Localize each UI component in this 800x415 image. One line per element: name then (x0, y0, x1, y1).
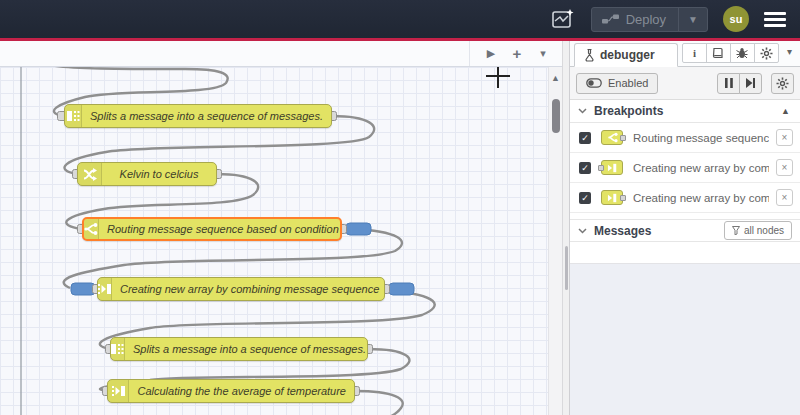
node-change[interactable]: Kelvin to celcius (77, 162, 217, 186)
canvas-vertical-scrollbar[interactable]: ▲ (548, 67, 562, 415)
breakpoint-label: Creating new array by combini (633, 162, 769, 174)
book-icon (712, 47, 724, 59)
node-join-2[interactable]: Calculating the the average of temperatu… (107, 379, 355, 403)
gear-icon (760, 47, 773, 60)
remove-breakpoint-button[interactable]: × (776, 129, 793, 146)
flask-icon (584, 49, 595, 62)
enabled-label: Enabled (608, 77, 648, 89)
docs-button[interactable] (706, 43, 731, 63)
breakpoint-row[interactable]: ✓ Routing message sequence ba × (570, 123, 800, 153)
message-filter-button[interactable]: all nodes (724, 221, 792, 240)
main-area: ▶ + ▾ (0, 41, 800, 415)
switch-icon (84, 219, 99, 239)
debug-button[interactable] (730, 43, 755, 63)
node-label: Kelvin to celcius (102, 168, 216, 180)
deploy-button[interactable]: Deploy ▼ (591, 7, 708, 32)
info-button[interactable]: i (682, 43, 707, 63)
chevron-down-icon (578, 228, 587, 234)
app-header: Deploy ▼ su (0, 0, 800, 38)
node-label: Calculating the the average of temperatu… (129, 385, 354, 397)
sidebar-menu-caret-icon[interactable]: ▾ (779, 46, 794, 57)
breakpoint-label: Creating new array by combini (633, 192, 769, 204)
node-label: Splits a message into a sequence of mess… (125, 343, 374, 355)
toggle-icon (586, 78, 602, 88)
sidebar-tabrow: debugger i ▾ (570, 41, 800, 67)
main-menu-icon[interactable] (764, 12, 786, 27)
workspace-chart-icon[interactable] (550, 7, 576, 31)
breakpoints-title: Breakpoints (594, 104, 774, 118)
remove-breakpoint-button[interactable]: × (776, 159, 793, 176)
node-label: Routing message sequence based on condit… (99, 223, 347, 235)
debugger-toolbar: Enabled (570, 67, 800, 100)
mini-port (598, 165, 604, 171)
sidebar-splitter[interactable] (562, 41, 570, 415)
flow-tabstrip: ▶ + ▾ (0, 41, 562, 67)
split-icon (65, 105, 82, 127)
tab-debugger[interactable]: debugger (574, 43, 678, 67)
change-icon (78, 163, 102, 185)
pause-button[interactable] (717, 73, 740, 94)
tab-scroll-right-icon[interactable]: ▶ (480, 44, 502, 64)
messages-title: Messages (594, 224, 717, 238)
breakpoints-scroll-up-icon[interactable]: ▲ (781, 106, 792, 116)
deploy-label: Deploy (626, 12, 666, 27)
flow-canvas[interactable]: Splits a message into a sequence of mess… (0, 67, 562, 415)
breakpoint-label: Routing message sequence ba (633, 132, 769, 144)
scrollbar-thumb[interactable] (552, 99, 560, 133)
sidebar-tab-icons: i ▾ (682, 43, 794, 63)
node-split-1[interactable]: Splits a message into a sequence of mess… (64, 104, 332, 128)
mini-port (620, 135, 626, 141)
breakpoint-checkbox[interactable]: ✓ (579, 132, 591, 144)
messages-body (570, 264, 800, 415)
debug-controls (717, 73, 762, 94)
mini-join-node-icon (601, 160, 623, 175)
deploy-caret-icon[interactable]: ▼ (679, 14, 707, 25)
workspace-column: ▶ + ▾ (0, 41, 562, 415)
enabled-toggle-button[interactable]: Enabled (576, 73, 658, 94)
splitter-handle[interactable] (565, 246, 568, 290)
bug-icon (736, 47, 748, 59)
filter-icon (732, 226, 740, 235)
breakpoints-header[interactable]: Breakpoints ▲ (570, 100, 800, 123)
info-icon: i (693, 47, 696, 59)
breakpoint-checkbox[interactable]: ✓ (579, 162, 591, 174)
join-icon (98, 278, 112, 300)
wire (355, 391, 403, 415)
breakpoint-checkbox[interactable]: ✓ (579, 192, 591, 204)
breakpoint-row[interactable]: ✓ Creating new array by combini × (570, 153, 800, 183)
add-flow-button[interactable]: + (506, 44, 528, 64)
tab-debugger-label: debugger (600, 48, 655, 62)
chevron-down-icon (578, 108, 587, 114)
user-avatar[interactable]: su (723, 6, 749, 32)
breakpoint-marker (346, 223, 371, 235)
node-split-2[interactable]: Splits a message into a sequence of mess… (110, 337, 368, 361)
node-label: Creating new array by combining message … (112, 283, 387, 295)
split-icon (111, 338, 125, 360)
mini-port (620, 195, 626, 201)
messages-empty-row (570, 242, 800, 264)
join-icon (108, 380, 129, 402)
breakpoint-row[interactable]: ✓ Creating new array by combini × (570, 183, 800, 213)
node-label: Splits a message into a sequence of mess… (82, 110, 331, 122)
step-icon (746, 78, 755, 88)
messages-header[interactable]: Messages all nodes (570, 219, 800, 242)
pause-icon (725, 78, 733, 88)
deploy-icon (602, 14, 619, 24)
sidebar: debugger i ▾ Enabled (570, 41, 800, 415)
debugger-settings-button[interactable] (771, 73, 794, 94)
message-filter-label: all nodes (744, 225, 784, 236)
node-join-1[interactable]: Creating new array by combining message … (97, 277, 385, 301)
deploy-main: Deploy (592, 12, 678, 27)
mini-switch-node-icon (601, 130, 623, 145)
node-switch-selected[interactable]: Routing message sequence based on condit… (82, 217, 342, 241)
breakpoint-marker (389, 283, 414, 295)
remove-breakpoint-button[interactable]: × (776, 189, 793, 206)
step-button[interactable] (739, 73, 762, 94)
flow-list-caret-icon[interactable]: ▾ (532, 44, 554, 64)
scrollbar-up-icon[interactable]: ▲ (549, 73, 562, 83)
breakpoint-marker (71, 283, 95, 295)
config-button[interactable] (754, 43, 779, 63)
mini-join-node-icon (601, 190, 623, 205)
crosshair-cursor (486, 67, 510, 88)
gear-icon (776, 77, 789, 90)
